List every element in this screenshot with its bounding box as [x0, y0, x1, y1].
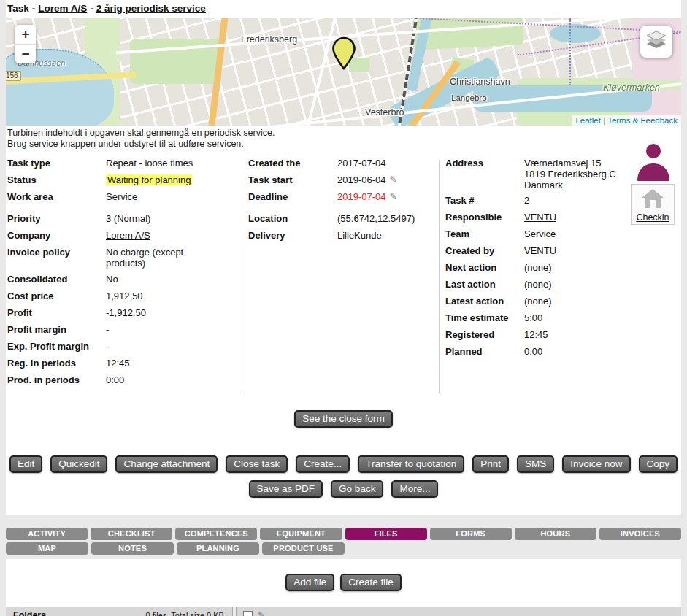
map[interactable]: Frederiksberg Christianshavn Vesterbro L…	[6, 18, 681, 126]
field-latest-action: Latest action (none)	[445, 296, 629, 312]
map-attribution: Leaflet | Terms & Feedback	[572, 115, 681, 126]
action-buttons-row1: Edit Quickedit Change attachment Close t…	[6, 455, 681, 473]
map-label-frederiksberg: Frederiksberg	[241, 34, 297, 45]
breadcrumb-task-label: Task	[7, 3, 29, 14]
field-deadline: Deadline 2019-07-04 ✎	[248, 191, 437, 208]
breadcrumb-task-title-link[interactable]: 2 årig periodisk service	[96, 3, 206, 14]
field-priority: Priority 3 (Normal)	[7, 213, 242, 230]
field-prod-in-periods: Prod. in periods 0:00	[7, 374, 242, 391]
tab-map[interactable]: MAP	[6, 542, 88, 555]
details-column-right: Address Værnedamsvej 15 1819 Frederiksbe…	[445, 158, 629, 363]
tab-invoices[interactable]: INVOICES	[599, 528, 681, 540]
breadcrumb-separator: -	[90, 3, 93, 14]
field-last-action: Last action (none)	[445, 279, 629, 296]
field-team: Team Service	[445, 228, 629, 245]
field-cost-price: Cost price 1,912.50	[7, 290, 242, 307]
files-panel: Add file Create file Folders 0 files. To…	[6, 559, 681, 616]
status-badge: Waiting for planning	[106, 174, 192, 185]
terms-feedback-link[interactable]: Terms & Feedback	[607, 116, 678, 125]
responsible-avatar	[635, 143, 672, 184]
section-tabs: ACTIVITY CHECKLIST COMPETENCES EQUIPMENT…	[6, 528, 681, 555]
add-file-button[interactable]: Add file	[285, 574, 334, 591]
create-file-button[interactable]: Create file	[340, 574, 402, 591]
edit-button[interactable]: Edit	[9, 455, 42, 473]
tab-equipment[interactable]: EQUIPMENT	[260, 528, 342, 540]
task-description: Turbinen indeholdt i opgaven skal gennem…	[7, 128, 275, 150]
zoom-out-button[interactable]: −	[15, 44, 36, 63]
zoom-in-button[interactable]: +	[15, 25, 36, 44]
description-line: Turbinen indeholdt i opgaven skal gennem…	[7, 128, 275, 139]
field-registered: Registered 12:45	[445, 329, 629, 346]
more-button[interactable]: More...	[391, 480, 438, 498]
column-divider	[242, 160, 242, 393]
select-all-checkbox[interactable]	[243, 611, 253, 616]
checkin-label: Checkin	[633, 212, 672, 223]
action-buttons-row2: Save as PDF Go back More...	[6, 480, 681, 498]
breadcrumb: Task-Lorem A/S-2 årig periodisk service	[7, 3, 206, 14]
breadcrumb-separator: -	[32, 3, 36, 14]
task-detail-panel: Task-Lorem A/S-2 årig periodisk service	[6, 0, 681, 515]
folders-label: Folders	[13, 610, 46, 616]
field-planned: Planned 0:00	[445, 346, 629, 363]
tab-row-2: MAP NOTES PLANNING PRODUCT USE	[6, 542, 681, 555]
files-summary: 0 files. Total size 0 KB.	[146, 611, 226, 616]
checkin-button[interactable]: Checkin	[631, 184, 675, 225]
field-delivery: Delivery LilleKunde	[248, 230, 437, 247]
tab-hours[interactable]: HOURS	[515, 528, 596, 540]
created-by-user-link[interactable]: VENTU	[524, 245, 556, 256]
field-time-estimate: Time estimate 5:00	[445, 312, 629, 329]
field-invoice-policy: Invoice policy No charge (except product…	[7, 247, 242, 269]
create-button[interactable]: Create...	[296, 455, 350, 473]
map-transit-route	[569, 18, 571, 85]
field-address: Address Værnedamsvej 15 1819 Frederiksbe…	[445, 158, 629, 195]
field-company: Company Lorem A/S	[7, 230, 242, 247]
field-work-area: Work area Service	[7, 191, 242, 208]
details-column-middle: Created the 2017-07-04 Task start 2019-0…	[248, 158, 437, 247]
company-link[interactable]: Lorem A/S	[106, 230, 150, 241]
field-location: Location (55.6742,12.5497)	[248, 213, 437, 230]
field-reg-in-periods: Reg. in periods 12:45	[7, 358, 242, 374]
field-responsible: Responsible VENTU	[445, 212, 629, 228]
field-profit-margin: Profit margin -	[7, 324, 242, 341]
tab-planning[interactable]: PLANNING	[177, 542, 259, 555]
folders-header: Folders 0 files. Total size 0 KB. ✎	[6, 607, 681, 616]
field-profit: Profit -1,912.50	[7, 307, 242, 324]
edit-pencil-icon[interactable]: ✎	[390, 174, 397, 185]
sms-button[interactable]: SMS	[517, 455, 554, 473]
edit-pencil-icon[interactable]: ✎	[258, 610, 265, 616]
tab-notes[interactable]: NOTES	[91, 542, 174, 555]
map-layers-button[interactable]	[640, 26, 672, 58]
tab-files[interactable]: FILES	[345, 528, 427, 540]
see-close-form-button[interactable]: See the close form	[294, 410, 393, 428]
folders-header-right: ✎	[237, 607, 681, 616]
close-task-button[interactable]: Close task	[226, 455, 288, 473]
tab-checklist[interactable]: CHECKLIST	[91, 528, 172, 540]
close-form-row: See the close form	[6, 410, 681, 428]
breadcrumb-company-link[interactable]: Lorem A/S	[38, 3, 87, 14]
copy-button[interactable]: Copy	[639, 455, 678, 473]
tab-forms[interactable]: FORMS	[430, 528, 512, 540]
tab-product-use[interactable]: PRODUCT USE	[262, 542, 345, 555]
field-next-action: Next action (none)	[445, 262, 629, 279]
invoice-now-button[interactable]: Invoice now	[562, 455, 630, 473]
field-consolidated: Consolidated No	[7, 274, 242, 290]
field-created-by: Created by VENTU	[445, 245, 629, 262]
tab-row-1: ACTIVITY CHECKLIST COMPETENCES EQUIPMENT…	[6, 528, 681, 540]
change-attachment-button[interactable]: Change attachment	[115, 455, 218, 473]
save-as-pdf-button[interactable]: Save as PDF	[249, 480, 323, 498]
tab-competences[interactable]: COMPETENCES	[175, 528, 257, 540]
home-icon	[640, 199, 665, 212]
print-button[interactable]: Print	[472, 455, 509, 473]
tab-activity[interactable]: ACTIVITY	[6, 528, 88, 540]
column-divider	[439, 160, 440, 393]
transfer-to-quotation-button[interactable]: Transfer to quotation	[358, 455, 464, 473]
task-location-marker[interactable]	[331, 36, 357, 73]
attribution-separator: |	[603, 116, 605, 125]
map-label-langebro: Langebro	[451, 93, 487, 102]
go-back-button[interactable]: Go back	[331, 480, 383, 498]
layers-icon	[646, 31, 667, 53]
edit-pencil-icon[interactable]: ✎	[390, 191, 397, 201]
leaflet-link[interactable]: Leaflet	[575, 116, 601, 125]
responsible-user-link[interactable]: VENTU	[524, 212, 556, 223]
quickedit-button[interactable]: Quickedit	[50, 455, 107, 473]
